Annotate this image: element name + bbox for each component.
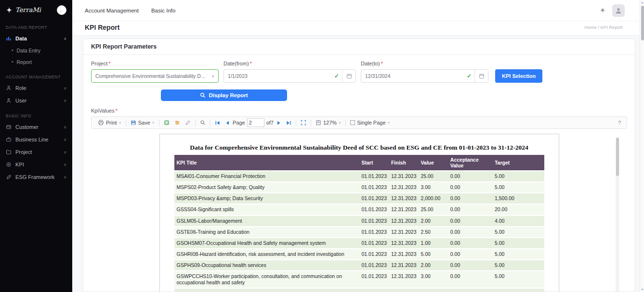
scroll-up-icon[interactable]: ▲ — [640, 1, 644, 4]
table-cell: 2,000.00 — [418, 193, 447, 204]
top-navbar: Account Management Basic Info ☀ — [72, 0, 644, 21]
report-page-area: Data for Comprehensive Environmental Sus… — [91, 134, 627, 292]
table-cell: 12.31.2023 — [389, 249, 418, 260]
display-report-button[interactable]: Display Report — [161, 89, 287, 101]
bookmarks-button[interactable] — [161, 117, 172, 128]
table-cell: 01.01.2023 — [359, 227, 389, 238]
save-button[interactable]: Save ∨ — [128, 117, 157, 128]
breadcrumb-current[interactable]: KPI Report — [601, 25, 623, 30]
date-to-input[interactable] — [361, 73, 464, 79]
report-scrollbar-thumb[interactable] — [616, 138, 619, 176]
table-cell: 01.01.2023 — [359, 238, 389, 249]
date-from-label: Date(from)* — [223, 61, 356, 66]
viewer-toolbar: Print ∨ Save ∨ — [91, 116, 627, 129]
page-scrollbar-track[interactable]: ▲ ▼ — [640, 0, 644, 292]
sidebar-item-report[interactable]: •Report — [0, 56, 72, 68]
sidebar-section-title: ACCOUNT MANAGEMENT — [0, 68, 72, 82]
sidebar-item-project[interactable]: Project∨ — [0, 146, 72, 158]
calendar-icon — [346, 73, 352, 79]
kpi-report-table: KPI TitleStartFinishValueAcceptance Valu… — [174, 155, 544, 292]
bookmarks-icon — [164, 120, 170, 126]
report-viewer: Print ∨ Save ∨ — [91, 116, 627, 292]
table-cell: 5.00 — [492, 171, 544, 182]
sidebar-item-user[interactable]: User∨ — [0, 94, 72, 107]
table-cell: 0.00 — [448, 216, 492, 227]
valid-check-icon: ✓ — [467, 73, 472, 79]
display-report-label: Display Report — [209, 92, 248, 98]
calendar-button[interactable] — [342, 70, 355, 82]
table-cell: 0.00 — [448, 204, 492, 215]
required-mark: * — [116, 108, 118, 114]
table-cell: 5.00 — [492, 182, 544, 193]
find-button[interactable] — [197, 117, 208, 128]
table-cell: 12.31.2023 — [389, 171, 418, 182]
theme-toggle-icon[interactable]: ☀ — [600, 7, 605, 14]
sidebar-item-role[interactable]: Role∨ — [0, 82, 72, 94]
search-icon — [200, 92, 206, 98]
editor-button[interactable] — [183, 117, 193, 128]
sidebar-item-label: Project — [15, 149, 32, 155]
table-cell: 12.31.2023 — [389, 238, 418, 249]
table-cell: 0.00 — [448, 171, 492, 182]
date-from-input[interactable] — [224, 73, 331, 79]
table-cell: 1,500.00 — [492, 193, 544, 204]
parameters-button[interactable] — [172, 117, 183, 128]
table-cell: GSWPCCHS10-Worker participation, consult… — [174, 271, 359, 288]
prev-page-button[interactable] — [223, 117, 233, 128]
sidebar-item-esg-framework[interactable]: ESG Framework∨ — [0, 171, 72, 183]
sidebar-item-kpi[interactable]: KPI∨ — [0, 158, 72, 171]
chevron-down-icon: ∨ — [64, 86, 66, 90]
user-avatar[interactable] — [612, 4, 625, 17]
sidebar-item-label: KPI — [15, 162, 24, 167]
main-area: Account Management Basic Info ☀ KPI Repo… — [72, 0, 644, 292]
kpi-report-card: KPI Report Parameters Project* Comprehen… — [83, 38, 635, 292]
nav-item-basic-info[interactable]: Basic Info — [151, 8, 176, 13]
nav-item-account-management[interactable]: Account Management — [85, 8, 139, 13]
sidebar-item-customer[interactable]: Customer∨ — [0, 121, 72, 133]
project-label: Project* — [91, 61, 219, 66]
toolbar-separator — [159, 119, 159, 127]
report-table-head-row: KPI TitleStartFinishValueAcceptance Valu… — [174, 155, 544, 171]
page-scrollbar-thumb[interactable] — [641, 6, 644, 40]
sidebar-item-data-entry[interactable]: •Data Entry — [0, 45, 72, 56]
table-cell: 2.00 — [418, 260, 447, 271]
date-from-field-group: Date(from)* ✓ — [223, 61, 356, 83]
full-screen-button[interactable] — [298, 117, 309, 128]
table-cell: MSPD03-Privacy &amp; Data Security — [174, 193, 359, 204]
card-title: KPI Report Parameters — [83, 39, 635, 55]
kpi-selection-button[interactable]: KPI Selection — [495, 69, 542, 83]
report-scrollbar-track[interactable] — [616, 138, 619, 292]
sidebar-item-label: ESG Framework — [15, 174, 54, 180]
table-cell: 0.00 — [448, 227, 492, 238]
view-mode-control[interactable]: Single Page ∨ — [348, 117, 392, 128]
table-cell: MSPS02-Product Safety &amp; Quality — [174, 182, 359, 193]
scroll-down-icon[interactable]: ▼ — [640, 288, 644, 291]
table-row: GSPHS09-Occupational health services01.0… — [174, 260, 544, 271]
role-icon — [6, 85, 12, 91]
app-logo-text: TerraMi — [15, 6, 41, 13]
help-button[interactable]: ? — [616, 120, 623, 126]
table-row: GSPWH11-Promotion of worker health01.01.… — [174, 288, 544, 292]
card-body: Project* Comprehensive Environmental Sus… — [83, 55, 635, 292]
table-cell: 0.00 — [448, 182, 492, 193]
sidebar-item-business-line[interactable]: Business Line∨ — [0, 133, 72, 146]
required-mark: * — [108, 61, 110, 66]
chevron-down-icon: ∨ — [64, 150, 66, 154]
sidebar-collapse-button[interactable]: ← — [57, 5, 66, 15]
page-number-input[interactable] — [247, 118, 264, 127]
calendar-button[interactable] — [474, 70, 488, 82]
data-bars-icon — [6, 36, 12, 41]
last-page-button[interactable] — [284, 117, 294, 128]
table-cell: 01.01.2023 — [359, 260, 389, 271]
sidebar-item-label: Customer — [15, 124, 39, 130]
print-label: Print — [106, 120, 117, 126]
table-cell: 12.31.2023 — [389, 182, 418, 193]
zoom-control[interactable]: 127% ∨ — [313, 117, 343, 128]
next-page-button[interactable] — [274, 117, 284, 128]
project-select[interactable]: Comprehensive Environmental Sustainabili… — [91, 69, 219, 83]
breadcrumb-home[interactable]: Home — [584, 25, 596, 30]
print-button[interactable]: Print ∨ — [95, 117, 124, 128]
sidebar-item-data[interactable]: Data∧ — [0, 32, 72, 45]
table-cell: 12.31.2023 — [389, 288, 418, 292]
first-page-button[interactable] — [212, 117, 223, 128]
